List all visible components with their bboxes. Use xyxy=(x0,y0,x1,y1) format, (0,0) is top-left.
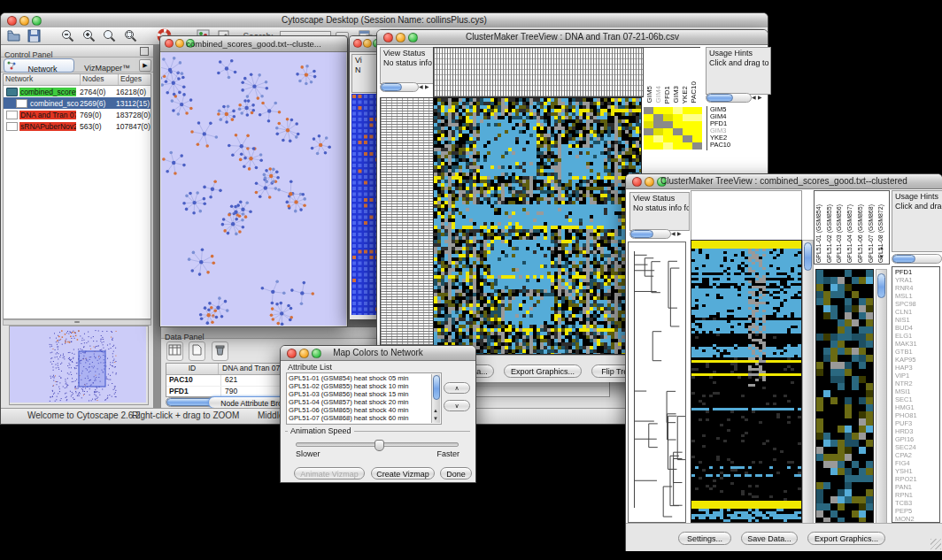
move-down-button[interactable]: ∨ xyxy=(444,400,470,411)
network-tree-row[interactable]: sRNAPuberNov2+563(0)107847(0) xyxy=(4,120,151,132)
usage-hints-text: Click and drag to xyxy=(895,202,942,211)
zoom-cell xyxy=(683,107,692,114)
gene-label: MSI1 xyxy=(895,387,939,395)
save-data-button[interactable]: Save Data... xyxy=(741,532,798,545)
save-icon[interactable] xyxy=(27,28,42,47)
main-title-bar[interactable]: Cytoscape Desktop (Session Name: collins… xyxy=(1,13,768,28)
network-overview[interactable] xyxy=(9,326,149,405)
zoom-in-icon[interactable] xyxy=(81,28,97,47)
attribute-list-item[interactable]: GPL51-03 (GSM856) heat shock 15 min xyxy=(289,390,439,398)
control-panel: Control Panel Network VizMapper™ ▶ Netwo… xyxy=(1,45,154,408)
network-tree-row[interactable]: combined_sco2569(6)13112(15) xyxy=(4,97,151,109)
zoom-cell xyxy=(692,114,702,121)
column-dendrogram[interactable] xyxy=(433,47,644,97)
array-label: GPL51-07 (GSM868) xyxy=(868,204,878,263)
zoom-cell xyxy=(653,114,663,121)
export-graphics-button[interactable]: Export Graphics... xyxy=(807,532,885,545)
tab-overflow-arrow-icon[interactable]: ▶ xyxy=(139,59,151,72)
zoom-cell xyxy=(692,107,702,114)
status-zoom-hint: Right-click + drag to ZOOM xyxy=(132,410,239,420)
col-network[interactable]: Network xyxy=(4,74,81,85)
float-panel-icon[interactable] xyxy=(140,47,149,56)
overview-divider[interactable] xyxy=(3,319,151,326)
tab-network[interactable]: Network xyxy=(4,58,74,73)
zoom-heatmap[interactable] xyxy=(644,107,702,150)
gene-label: HAP3 xyxy=(895,364,939,372)
dense-network-fragment xyxy=(351,94,378,315)
export-graphics-button[interactable]: Export Graphics... xyxy=(504,364,582,378)
edges-count: 107847(0) xyxy=(116,122,151,131)
zoom-out-icon[interactable] xyxy=(60,28,75,47)
col-edges[interactable]: Edges xyxy=(119,74,151,85)
attribute-list-item[interactable]: GPL51-01 (GSM854) heat shock 05 min xyxy=(289,374,439,382)
gene-label: NTR2 xyxy=(895,380,939,387)
gene-label: BUD4 xyxy=(895,324,939,332)
col-nodes[interactable]: Nodes xyxy=(81,74,119,85)
zoom-heatmap[interactable] xyxy=(815,269,874,523)
treeview2-title: ClusterMaker TreeView : combined_scores_… xyxy=(626,176,942,186)
gene-label: MAK31 xyxy=(895,340,939,348)
attribute-list[interactable]: GPL51-01 (GSM854) heat shock 05 minGPL51… xyxy=(286,372,442,425)
select-attributes-icon[interactable] xyxy=(166,341,183,361)
delete-attribute-icon[interactable] xyxy=(212,341,228,361)
view-status-panel: View Status No status info for xyxy=(380,47,437,84)
usage-hints-text: Click and drag to xyxy=(709,58,769,67)
view-status-hscrollbar[interactable]: ◀▶ xyxy=(629,229,683,239)
global-vscrollbar[interactable] xyxy=(802,240,814,525)
zoom-selected-icon[interactable] xyxy=(123,28,138,47)
network-tree-row[interactable]: combined_scores2764(0)16218(0) xyxy=(4,86,151,97)
gene-label: RPN1 xyxy=(895,491,939,499)
zoom-cell xyxy=(673,128,683,135)
zoom-cell xyxy=(673,114,683,121)
network-canvas[interactable] xyxy=(161,52,346,326)
open-icon[interactable] xyxy=(6,28,21,47)
gene-list-hscrollbar[interactable] xyxy=(892,254,940,264)
gene-label: PEP5 xyxy=(895,507,939,515)
slider-thumb[interactable] xyxy=(374,440,384,451)
network-tree-row[interactable]: DNA and Tran 07769(0)183728(0) xyxy=(4,109,151,120)
move-up-button[interactable]: ∧ xyxy=(444,382,470,394)
usage-hints-panel: Usage Hints Click and drag to xyxy=(892,190,942,252)
view-status-hscrollbar[interactable]: ◀▶ xyxy=(380,82,430,92)
new-attribute-icon[interactable] xyxy=(189,341,205,361)
animation-speed-slider[interactable] xyxy=(296,442,459,447)
tab-vizmapper[interactable]: VizMapper™ xyxy=(75,58,139,71)
global-heatmap[interactable] xyxy=(691,240,802,523)
settings-button[interactable]: Settings... xyxy=(678,532,731,545)
column-labels-scroll-arrows[interactable]: ▲ ▼ xyxy=(879,243,888,263)
array-label: GIM5 xyxy=(645,86,654,104)
gene-label: NIS1 xyxy=(895,316,939,324)
close-icon[interactable] xyxy=(353,39,362,48)
main-window-title: Cytoscape Desktop (Session Name: collins… xyxy=(1,15,768,25)
gene-label: YSH1 xyxy=(895,467,939,475)
zoom-fit-icon[interactable] xyxy=(102,28,117,47)
attribute-list-item[interactable]: GPL51-06 (GSM865) heat shock 40 min xyxy=(289,406,439,414)
usage-hints-title: Usage Hints xyxy=(709,49,753,58)
create-vizmap-button[interactable]: Create Vizmap xyxy=(371,467,435,479)
attribute-list-vscrollbar[interactable]: ▲ ▼ xyxy=(431,374,440,423)
minimize-icon[interactable] xyxy=(363,39,372,48)
gene-label: VIP1 xyxy=(895,372,939,380)
zoom-row-labels: GIM5GIM4PFD1GIM3YKE2PAC10 xyxy=(706,106,763,150)
network-tab-icon xyxy=(7,61,16,70)
network-name: sRNAPuberNov2+ xyxy=(19,122,76,131)
zoom-vscrollbar[interactable] xyxy=(876,269,887,525)
desktop: { "main_window": { "title": "Cytoscape D… xyxy=(0,0,942,560)
attribute-list-item[interactable]: GPL51-07 (GSM868) heat shock 60 min xyxy=(289,414,439,422)
attribute-list-item[interactable]: GPL51-02 (GSM855) heat shock 10 min xyxy=(289,382,439,390)
zoom-cell xyxy=(644,142,653,150)
row-dendrogram[interactable] xyxy=(628,242,686,523)
global-heatmap[interactable] xyxy=(433,97,642,355)
zoom-cell xyxy=(663,121,673,128)
nodes-count: 769(0) xyxy=(80,111,102,119)
row-id: PAC10 xyxy=(166,375,221,386)
usage-hints-hscrollbar[interactable]: ◀▶ xyxy=(706,93,764,103)
row-dendrogram[interactable] xyxy=(380,97,434,357)
data-col-id[interactable]: ID xyxy=(166,364,219,374)
done-button[interactable]: Done xyxy=(440,467,472,479)
array-label: YKE2 xyxy=(681,86,690,104)
attribute-list-item[interactable]: GPL51-04 (GSM857) heat shock 20 min xyxy=(289,398,439,406)
animate-vizmap-button[interactable]: Animate Vizmap xyxy=(294,467,365,479)
zoom-cell xyxy=(663,142,673,150)
resize-grip[interactable] xyxy=(930,539,941,549)
